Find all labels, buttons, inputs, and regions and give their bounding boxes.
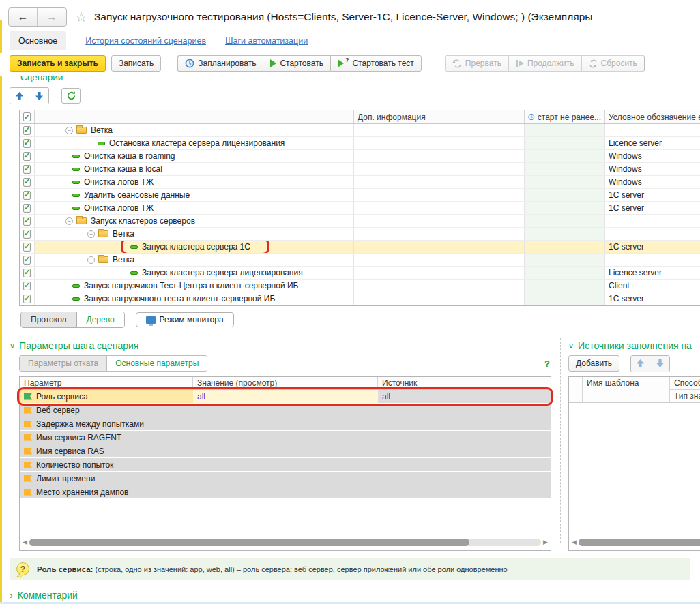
parameter-source-cell[interactable] bbox=[378, 485, 551, 498]
forward-button[interactable]: → bbox=[38, 8, 66, 26]
parameter-name-cell[interactable]: Лимит времени bbox=[20, 472, 193, 485]
step-parameters-section-header[interactable]: ∨Параметры шага сценария bbox=[10, 338, 553, 353]
parameter-source-cell[interactable] bbox=[378, 458, 551, 471]
extra-info-cell[interactable] bbox=[354, 189, 525, 201]
designation-cell[interactable]: 1C server bbox=[605, 189, 700, 201]
designation-cell[interactable] bbox=[605, 228, 700, 240]
parameter-value-cell[interactable] bbox=[193, 404, 378, 417]
table-row[interactable]: Веб сервер bbox=[20, 404, 551, 417]
tab-automation-steps[interactable]: Шаги автоматизации bbox=[225, 36, 308, 46]
extra-info-cell[interactable] bbox=[354, 176, 525, 188]
collapse-icon[interactable]: − bbox=[87, 256, 95, 264]
favorite-star-icon[interactable]: ☆ bbox=[75, 9, 87, 25]
help-icon[interactable]: ? bbox=[544, 359, 550, 369]
parameter-source-cell[interactable] bbox=[378, 444, 551, 457]
row-checkbox[interactable]: ✓ bbox=[20, 150, 35, 162]
source-move-down-button[interactable] bbox=[650, 356, 669, 372]
parameter-value-cell[interactable] bbox=[193, 485, 378, 498]
horizontal-splitter[interactable] bbox=[10, 335, 690, 335]
start-test-button[interactable]: ? Стартовать тест bbox=[330, 55, 422, 72]
parameter-name-cell[interactable]: Имя сервиса RAGENT bbox=[20, 431, 193, 444]
tab-main[interactable]: Основное bbox=[10, 31, 66, 50]
extra-info-cell[interactable] bbox=[354, 292, 525, 305]
fill-sources-hscrollbar[interactable]: ◀ bbox=[572, 538, 700, 547]
table-row[interactable]: ✓Очистка кэша в roamingWindows bbox=[20, 150, 700, 163]
row-checkbox[interactable]: ✓ bbox=[20, 241, 35, 253]
method-column-header[interactable]: Способ з bbox=[670, 377, 700, 390]
start-not-earlier-cell[interactable] bbox=[525, 150, 605, 162]
extra-info-cell[interactable] bbox=[354, 215, 525, 227]
start-not-earlier-column-header[interactable]: старт не ранее... bbox=[525, 110, 605, 123]
designation-column-header[interactable]: Условное обозначение ед bbox=[605, 110, 700, 123]
scroll-right-icon[interactable]: ▶ bbox=[543, 539, 548, 545]
row-checkbox[interactable]: ✓ bbox=[20, 254, 35, 266]
refresh-button[interactable] bbox=[61, 88, 81, 104]
designation-cell[interactable] bbox=[605, 124, 700, 136]
parameter-source-cell[interactable] bbox=[378, 472, 551, 485]
back-button[interactable]: ← bbox=[9, 8, 38, 26]
vertical-splitter[interactable] bbox=[553, 338, 561, 543]
add-button[interactable]: Добавить bbox=[568, 355, 619, 372]
designation-cell[interactable]: Licence server bbox=[605, 137, 700, 149]
reset-button[interactable]: Сбросить bbox=[581, 55, 645, 72]
designation-cell[interactable]: 1C server bbox=[605, 241, 700, 253]
extra-info-cell[interactable] bbox=[354, 267, 525, 279]
row-checkbox[interactable]: ✓ bbox=[20, 267, 35, 279]
row-checkbox[interactable]: ✓ bbox=[20, 163, 35, 175]
start-not-earlier-cell[interactable] bbox=[525, 163, 605, 175]
extra-info-cell[interactable] bbox=[354, 280, 525, 292]
scroll-left-icon[interactable]: ◀ bbox=[572, 539, 577, 545]
row-checkbox[interactable]: ✓ bbox=[20, 292, 35, 305]
parameter-name-cell[interactable]: Количество попыток bbox=[20, 458, 193, 471]
extra-info-cell[interactable] bbox=[354, 124, 525, 136]
tree-cell[interactable]: Очистка кэша в roaming bbox=[35, 150, 354, 162]
designation-cell[interactable]: Windows bbox=[605, 150, 700, 162]
row-checkbox[interactable]: ✓ bbox=[20, 137, 35, 149]
table-row[interactable]: ✓Запуск кластера сервера лицензированияL… bbox=[20, 267, 700, 280]
parameter-name-cell[interactable]: Роль сервиса bbox=[20, 390, 193, 403]
parameter-source-cell[interactable] bbox=[378, 404, 551, 417]
row-checkbox[interactable]: ✓ bbox=[20, 176, 35, 188]
parameter-name-cell[interactable]: Имя сервиса RAS bbox=[20, 444, 193, 457]
table-row[interactable]: ✓Остановка кластера сервера лицензирован… bbox=[20, 137, 700, 150]
table-row[interactable]: ✓Запуск кластера сервера 1С1C server bbox=[20, 241, 700, 254]
start-not-earlier-cell[interactable] bbox=[525, 189, 605, 201]
extra-info-cell[interactable] bbox=[354, 163, 525, 175]
extra-info-cell[interactable] bbox=[354, 228, 525, 240]
monitor-mode-button[interactable]: Режим монитора bbox=[136, 312, 234, 327]
move-up-button[interactable] bbox=[10, 88, 29, 104]
comment-section-header[interactable]: › Комментарий bbox=[10, 590, 700, 601]
tree-cell[interactable]: Удалить сеансовые данные bbox=[35, 189, 354, 201]
collapse-icon[interactable]: − bbox=[65, 217, 73, 225]
start-not-earlier-cell[interactable] bbox=[525, 267, 605, 279]
tree-cell[interactable]: Запуск нагрузчиков Тест-Центра в клиент-… bbox=[35, 280, 354, 292]
tree-cell[interactable]: Очистка логов ТЖ bbox=[35, 202, 354, 214]
view-tab-protocol[interactable]: Протокол bbox=[21, 312, 77, 327]
extra-info-cell[interactable] bbox=[354, 202, 525, 214]
tab-scenario-history[interactable]: История состояний сценариев bbox=[85, 36, 206, 46]
designation-cell[interactable]: 1C server bbox=[605, 292, 700, 305]
abort-button[interactable]: Прервать bbox=[445, 55, 508, 72]
table-row[interactable]: ✓−Ветка bbox=[20, 228, 700, 241]
start-not-earlier-cell[interactable] bbox=[525, 292, 605, 305]
extra-info-cell[interactable] bbox=[354, 150, 525, 162]
table-row[interactable]: Количество попыток bbox=[20, 458, 551, 471]
parameter-value-cell[interactable]: all bbox=[193, 390, 378, 403]
parameter-name-cell[interactable]: Задержка между попытками bbox=[20, 417, 193, 430]
extra-info-cell[interactable] bbox=[354, 254, 525, 266]
parameter-source-cell[interactable] bbox=[378, 417, 551, 430]
tree-cell[interactable]: Запуск кластера сервера лицензирования bbox=[35, 267, 354, 279]
parameter-value-cell[interactable] bbox=[193, 417, 378, 430]
table-row[interactable]: Задержка между попытками bbox=[20, 417, 551, 430]
start-not-earlier-cell[interactable] bbox=[525, 280, 605, 292]
move-down-button[interactable] bbox=[29, 88, 48, 104]
row-checkbox[interactable]: ✓ bbox=[20, 202, 35, 214]
table-row[interactable]: ✓−Запуск кластеров серверов bbox=[20, 215, 700, 228]
table-row[interactable]: ✓Запуск нагрузочного теста в клиент-серв… bbox=[20, 292, 700, 305]
designation-cell[interactable]: Licence server bbox=[605, 267, 700, 279]
table-row[interactable]: Место хранения дампов bbox=[20, 485, 551, 498]
tree-cell[interactable]: Очистка кэша в local bbox=[35, 163, 354, 175]
start-button[interactable]: Стартовать bbox=[263, 55, 330, 72]
start-not-earlier-cell[interactable] bbox=[525, 202, 605, 214]
table-row[interactable]: ✓−Ветка bbox=[20, 254, 700, 267]
